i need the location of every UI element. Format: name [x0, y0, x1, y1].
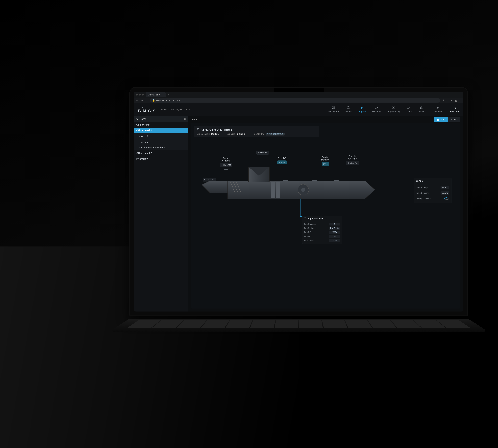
- return-air-tag: Return Air: [256, 151, 269, 155]
- zone-row-temp-setpoint: Temp Setpoint23.5°C: [416, 190, 449, 196]
- edit-mode-button[interactable]: ✎ Edit: [448, 117, 461, 122]
- svg-rect-17: [197, 128, 199, 130]
- menu-icon[interactable]: ⋮: [459, 99, 462, 102]
- svg-rect-2: [334, 108, 335, 109]
- zone-value[interactable]: 23.5°C: [441, 191, 449, 195]
- svg-point-14: [409, 107, 410, 108]
- expand-icon: ⇄: [183, 129, 185, 132]
- cooling-demand-gauge[interactable]: 63%: [443, 197, 449, 201]
- return-temp-value[interactable]: 21.5 °C: [220, 163, 232, 167]
- sidebar-item-ahu-2[interactable]: ↳AHU 2: [134, 139, 188, 145]
- unit-supplies-value: Office 1: [237, 133, 245, 135]
- nav-users[interactable]: Users: [406, 106, 412, 113]
- lock-icon: 🔒: [152, 99, 155, 102]
- fan-icon: [304, 217, 306, 220]
- edit-icon: ✎: [451, 118, 453, 121]
- zone-panel: Zone 1 Control Temp21.5°CTemp Setpoint23…: [414, 178, 451, 203]
- fan-value[interactable]: 100Pa: [329, 231, 340, 234]
- cooling-demand-value[interactable]: 10%: [322, 162, 329, 166]
- sidebar-item-pharmacy[interactable]: Pharmacy: [134, 156, 188, 162]
- new-tab-button[interactable]: +: [168, 93, 169, 96]
- forward-button[interactable]: →: [141, 99, 143, 102]
- sidebar-item-office-level-1[interactable]: Office Level 1⇄: [134, 128, 188, 133]
- mode-toggle: ▦ View ✎ Edit: [434, 117, 461, 122]
- svg-rect-3: [332, 109, 333, 109]
- fan-row-fan-dp: Fan DP100Pa: [304, 230, 340, 234]
- reload-button[interactable]: ⟳: [146, 99, 148, 102]
- browser-tab-strip: Official Site +: [134, 92, 464, 98]
- unit-icon: [197, 128, 199, 131]
- nav-network[interactable]: Network: [418, 106, 426, 113]
- sidebar-item-communications-room[interactable]: ↳Communications Room: [134, 145, 188, 150]
- fan-row-fan-request: Fan RequestON: [304, 222, 340, 226]
- fan-value[interactable]: ON: [329, 223, 340, 225]
- sidebar-item-chiller-plant[interactable]: Chiller Plant: [134, 122, 188, 128]
- svg-line-9: [393, 107, 393, 108]
- fan-value[interactable]: OK: [329, 235, 340, 238]
- svg-rect-28: [276, 182, 280, 198]
- unit-location-value: MSSB1: [211, 133, 219, 135]
- nav-user[interactable]: Bar-Tech: [450, 106, 459, 113]
- sidebar-home[interactable]: Home ≡: [134, 116, 188, 122]
- timestamp: 11:13AM Tuesday, 08/10/2024: [161, 108, 190, 111]
- zone-demand-label: Cooling Demand: [416, 198, 431, 200]
- sidebar-item-office-level-2[interactable]: Office Level 2: [134, 150, 188, 156]
- bookmark-icon[interactable]: ☆: [447, 99, 449, 102]
- fan-control-value[interactable]: TIME SCHEDULE: [266, 133, 284, 135]
- browser-tab[interactable]: Official Site: [146, 92, 166, 97]
- fan-value[interactable]: 90%: [329, 239, 340, 242]
- svg-point-16: [454, 107, 455, 108]
- svg-rect-35: [283, 180, 288, 181]
- nav-graphics[interactable]: Graphics: [357, 106, 366, 113]
- fan-value[interactable]: RUNNING: [329, 227, 340, 230]
- supply-temp-value[interactable]: 21.5 °C: [346, 161, 359, 165]
- fan-panel-title: Supply Air Fan: [307, 217, 323, 220]
- svg-marker-21: [343, 181, 375, 199]
- supply-temp-label: Supply Air Temp: [348, 155, 357, 160]
- svg-point-6: [394, 107, 395, 107]
- svg-point-5: [392, 107, 393, 107]
- graphics-canvas: Air Handling Unit: AHU 1 Unit Location: …: [191, 123, 461, 308]
- edit-label: Edit: [454, 118, 458, 121]
- svg-point-8: [394, 109, 395, 109]
- filter-dp-value[interactable]: 100Pa: [277, 160, 286, 164]
- nav-dashboard[interactable]: Dashboard: [328, 106, 339, 113]
- nav-programming[interactable]: Programming: [387, 106, 400, 113]
- grid-icon: ▦: [436, 118, 439, 121]
- app-header: open B·M·C·S 11:13AM Tuesday, 08/10/2024…: [134, 103, 464, 116]
- sidebar-menu-icon[interactable]: ≡: [184, 117, 186, 121]
- back-button[interactable]: ←: [136, 99, 138, 102]
- svg-rect-36: [312, 180, 317, 181]
- hierarchy-icon: ↳: [138, 141, 140, 143]
- view-label: View: [440, 118, 445, 121]
- nav-maintenence[interactable]: Maintenence: [432, 106, 444, 113]
- fan-row-fan-speed: Fan Speed90%: [304, 238, 340, 242]
- browser-toolbar: ← → ⟳ 🔒 site.openbmcs.com/csm ⇪ ☆ ✦ ▣ ⋮: [134, 98, 464, 103]
- share-icon[interactable]: ⇪: [443, 99, 445, 102]
- extensions-icon[interactable]: ✦: [451, 99, 453, 102]
- fan-row-fan-fault: Fan FaultOK: [304, 234, 340, 238]
- return-temp-label: Return Air Temp: [222, 157, 230, 162]
- breadcrumb[interactable]: Home: [192, 118, 198, 121]
- zone-title: Zone 1: [416, 179, 449, 183]
- sidebar: Home ≡ Chiller PlantOffice Level 1⇄↳AHU …: [134, 116, 188, 312]
- view-mode-button[interactable]: ▦ View: [434, 117, 448, 122]
- logo-main: B·M·C·S: [138, 109, 156, 113]
- brand-logo: open B·M·C·S: [138, 106, 156, 113]
- zone-connector: [406, 189, 414, 189]
- supply-fan-panel: Supply Air Fan Fan RequestONFan StatusRU…: [302, 216, 342, 244]
- unit-header-card: Air Handling Unit: AHU 1 Unit Location: …: [194, 126, 319, 137]
- nav-histories[interactable]: Histories: [372, 106, 381, 113]
- zone-value[interactable]: 21.5°C: [441, 186, 449, 189]
- window-controls[interactable]: [136, 94, 144, 96]
- hierarchy-icon: ↳: [138, 135, 140, 137]
- home-icon: [136, 117, 138, 121]
- sidebar-item-ahu-1[interactable]: ↳AHU 1: [134, 133, 188, 139]
- tabs-icon[interactable]: ▣: [455, 99, 457, 102]
- nav-alarms[interactable]: Alarms: [345, 106, 351, 113]
- svg-line-10: [394, 107, 394, 108]
- connector-line: [300, 199, 304, 217]
- zone-row-control-temp: Control Temp21.5°C: [416, 185, 449, 190]
- laptop-mockup: Official Site + ← → ⟳ 🔒 site.openbmcs.co…: [129, 87, 468, 336]
- address-bar[interactable]: 🔒 site.openbmcs.com/csm: [150, 98, 440, 103]
